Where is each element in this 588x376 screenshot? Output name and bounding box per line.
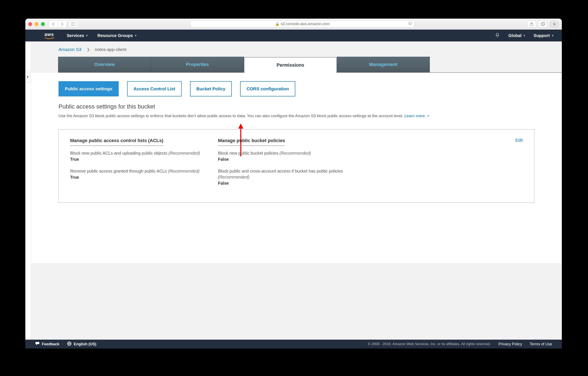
- menu-services[interactable]: Services ▾: [67, 33, 88, 38]
- subtab-bucket-policy[interactable]: Bucket Policy: [190, 81, 232, 96]
- window-maximize-button[interactable]: [41, 22, 45, 26]
- browser-window: 🔒 s3.console.aws.amazon.com aws: [25, 19, 562, 349]
- back-button[interactable]: [49, 21, 58, 27]
- lock-icon: 🔒: [275, 22, 279, 26]
- aws-top-menu: Services ▾ Resource Groups ▾: [67, 33, 136, 38]
- learn-more-link[interactable]: Learn more ↗: [404, 114, 429, 118]
- subtab-cors[interactable]: CORS configuration: [240, 81, 295, 96]
- acl-column: Manage public access control lists (ACLs…: [70, 138, 205, 192]
- notifications-icon[interactable]: [495, 33, 500, 39]
- policy-column-heading: Manage public bucket policies: [218, 138, 285, 146]
- aws-logo[interactable]: aws: [44, 32, 54, 39]
- svg-rect-3: [541, 23, 544, 26]
- policy-setting-block-new: Block new public bucket policies (Recomm…: [218, 150, 353, 162]
- acl-setting-block-new-value: True: [70, 157, 205, 162]
- nav-button-group: [49, 21, 67, 28]
- aws-header: aws Services ▾ Resource Groups ▾ Global …: [25, 30, 562, 42]
- content-wrap: Amazon S3 ❯ notes-app-client Overview Pr…: [31, 42, 562, 349]
- policy-setting-block-cross: Block public and cross-account access if…: [218, 168, 353, 186]
- tab-management[interactable]: Management: [337, 57, 430, 72]
- edit-button[interactable]: Edit: [515, 138, 523, 143]
- policy-setting-block-cross-value: False: [218, 181, 353, 186]
- language-selector[interactable]: English (US): [67, 341, 96, 347]
- acl-column-heading: Manage public access control lists (ACLs…: [70, 138, 163, 146]
- chevron-down-icon: ▾: [524, 34, 525, 37]
- settings-box: Edit Manage public access control lists …: [59, 129, 534, 203]
- reload-button[interactable]: [408, 22, 412, 26]
- tabs-button[interactable]: [539, 21, 547, 27]
- page-body: ▸ Amazon S3 ❯ notes-app-client Overview …: [25, 42, 562, 349]
- section-description: Use the Amazon S3 block public access se…: [59, 113, 534, 119]
- traffic-lights: [28, 22, 45, 26]
- main-tabs: Overview Properties Permissions Manageme…: [58, 57, 562, 73]
- aws-footer: Feedback English (US) © 2008 - 2018, Ama…: [25, 340, 562, 349]
- speech-bubble-icon: [35, 342, 40, 347]
- footer-copyright: © 2008 - 2018, Amazon Web Services, Inc.…: [368, 342, 491, 346]
- subtab-public-access[interactable]: Public access settings: [59, 81, 119, 96]
- forward-button[interactable]: [58, 21, 66, 27]
- external-link-icon: ↗: [426, 114, 429, 118]
- aws-smile-icon: [44, 37, 54, 39]
- acl-setting-remove-public-value: True: [70, 175, 205, 180]
- terms-link[interactable]: Terms of Use: [530, 342, 552, 346]
- tab-properties[interactable]: Properties: [151, 57, 244, 72]
- chevron-down-icon: ▾: [86, 34, 88, 37]
- sidebar-toggle-button[interactable]: [69, 21, 78, 27]
- menu-resource-groups[interactable]: Resource Groups ▾: [97, 33, 136, 38]
- policy-column: Manage public bucket policies Block new …: [218, 138, 353, 192]
- browser-titlebar: 🔒 s3.console.aws.amazon.com: [25, 19, 562, 30]
- aws-header-right: Global ▾ Support ▾: [495, 33, 553, 39]
- acl-setting-remove-public: Remove public access granted through pub…: [70, 168, 205, 180]
- permissions-panel: Public access settings Access Control Li…: [31, 73, 562, 263]
- subtab-acl[interactable]: Access Control List: [127, 81, 181, 96]
- window-minimize-button[interactable]: [35, 22, 38, 26]
- expand-side-panel-button[interactable]: ▸: [25, 71, 31, 82]
- tab-permissions[interactable]: Permissions: [244, 57, 337, 73]
- url-text: s3.console.aws.amazon.com: [281, 22, 329, 26]
- breadcrumb: Amazon S3 ❯ notes-app-client: [31, 42, 562, 57]
- svg-rect-0: [71, 23, 75, 26]
- browser-right-toolbar: [527, 21, 559, 27]
- globe-icon: [67, 341, 72, 347]
- url-bar[interactable]: 🔒 s3.console.aws.amazon.com: [190, 21, 414, 27]
- share-button[interactable]: [527, 21, 536, 27]
- chevron-down-icon: ▾: [135, 34, 136, 37]
- section-title: Public access settings for this bucket: [59, 103, 534, 110]
- acl-setting-block-new: Block new public ACLs and uploading publ…: [70, 150, 205, 162]
- new-tab-button[interactable]: [550, 21, 559, 27]
- privacy-link[interactable]: Privacy Policy: [498, 342, 522, 346]
- region-selector[interactable]: Global ▾: [508, 33, 525, 38]
- breadcrumb-root[interactable]: Amazon S3: [59, 47, 82, 52]
- policy-setting-block-new-value: False: [218, 157, 353, 162]
- breadcrumb-current: notes-app-client: [95, 47, 126, 52]
- support-menu[interactable]: Support ▾: [534, 33, 553, 38]
- tab-overview[interactable]: Overview: [58, 57, 151, 72]
- breadcrumb-separator-icon: ❯: [87, 47, 90, 52]
- permissions-subtabs: Public access settings Access Control Li…: [59, 81, 534, 96]
- chevron-down-icon: ▾: [552, 34, 553, 37]
- feedback-link[interactable]: Feedback: [35, 342, 59, 347]
- svg-rect-4: [542, 22, 545, 25]
- window-close-button[interactable]: [28, 22, 32, 26]
- settings-columns: Manage public access control lists (ACLs…: [70, 138, 515, 192]
